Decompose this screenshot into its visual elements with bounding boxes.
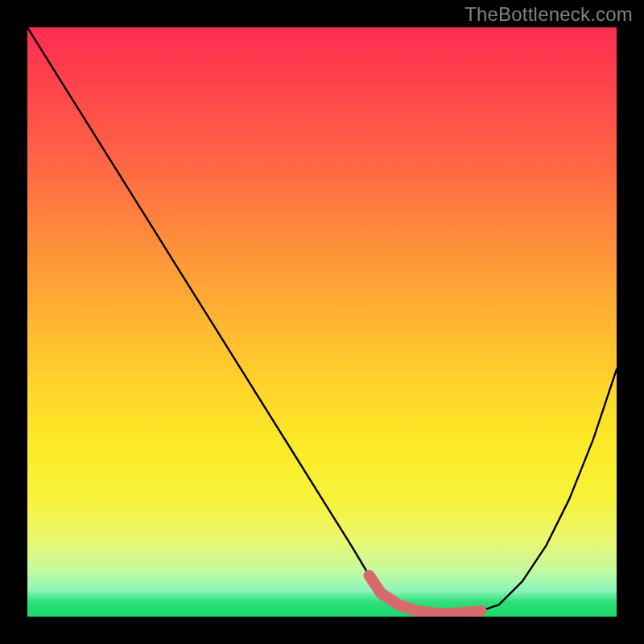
watermark-text: TheBottleneck.com (464, 3, 633, 26)
chart-container: TheBottleneck.com (0, 0, 644, 644)
highlight-dot (476, 605, 487, 617)
bottleneck-curve (27, 27, 617, 613)
chart-svg (27, 27, 617, 617)
highlight-band (369, 576, 476, 614)
